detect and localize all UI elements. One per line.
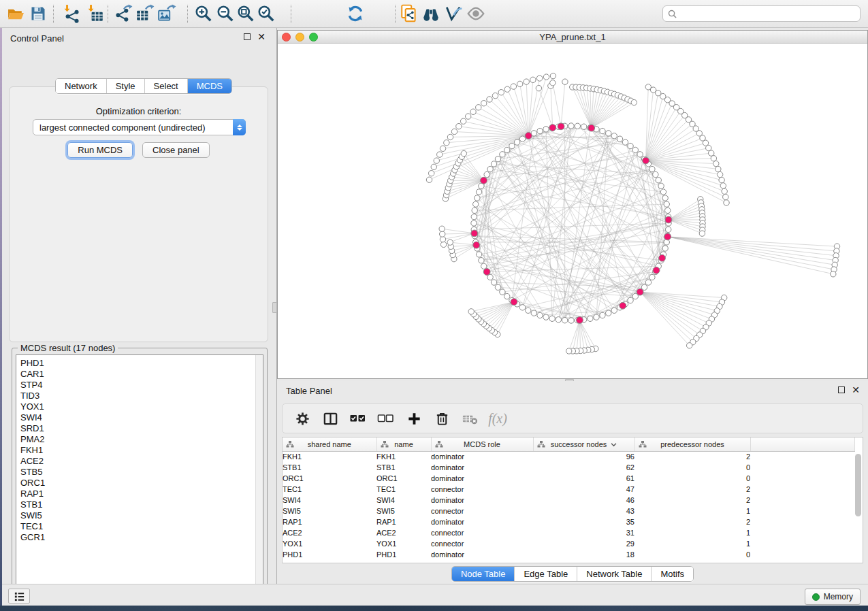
cell-name: SWI5: [376, 506, 431, 516]
memory-button[interactable]: Memory: [805, 589, 861, 605]
zoom-in-icon[interactable]: [193, 3, 214, 24]
cell-mcds-role: connector: [431, 506, 533, 516]
mcds-result-item[interactable]: CAR1: [16, 369, 255, 380]
zoom-fit-icon[interactable]: [236, 3, 256, 24]
export-image-icon[interactable]: [157, 3, 177, 24]
vertical-splitter[interactable]: [272, 28, 277, 584]
float-panel-icon[interactable]: [838, 386, 845, 393]
tab-edge-table[interactable]: Edge Table: [514, 567, 577, 581]
mcds-result-item[interactable]: STB5: [16, 467, 255, 478]
toolbar-separator: [291, 5, 291, 23]
export-table-icon[interactable]: [135, 3, 155, 24]
save-session-icon[interactable]: [28, 3, 48, 24]
close-panel-icon[interactable]: ✕: [852, 386, 860, 393]
mcds-result-item[interactable]: GCR1: [16, 532, 255, 543]
cell-shared-name: RAP1: [283, 516, 376, 527]
mcds-result-item[interactable]: STP4: [16, 380, 255, 391]
desktop-wallpaper-bottom: [0, 606, 868, 611]
table-scrollbar-thumb[interactable]: [855, 454, 861, 516]
table-settings-gear-icon[interactable]: [293, 410, 311, 427]
window-minimize-icon[interactable]: [295, 33, 304, 42]
tab-motifs[interactable]: Motifs: [651, 567, 693, 581]
cell-filler: [750, 495, 855, 506]
memory-status-icon: [812, 593, 820, 601]
cell-filler: [750, 473, 855, 484]
cell-name: SWI4: [376, 495, 431, 506]
mcds-result-item[interactable]: ORC1: [16, 478, 255, 489]
cell-predecessor-nodes: 2: [634, 451, 750, 462]
mcds-result-item[interactable]: SWI5: [16, 510, 255, 521]
find-binoculars-icon[interactable]: [421, 3, 441, 24]
table-row[interactable]: RAP1RAP1dominator352: [283, 516, 855, 527]
table-row[interactable]: TEC1TEC1connector472: [283, 484, 855, 495]
table-row[interactable]: SWI4SWI4dominator462: [283, 495, 855, 506]
search-field[interactable]: [662, 5, 861, 22]
mcds-result-groupbox: MCDS result (17 nodes) PHD1CAR1STP4TID3Y…: [12, 348, 268, 599]
close-panel-icon[interactable]: ✕: [257, 33, 266, 40]
column-header-name[interactable]: name: [376, 437, 431, 451]
zoom-selected-icon[interactable]: [256, 3, 276, 24]
tab-select[interactable]: Select: [144, 79, 187, 93]
mcds-result-item[interactable]: PMA2: [16, 434, 255, 445]
mcds-result-item[interactable]: YOX1: [16, 401, 255, 412]
network-canvas[interactable]: [278, 44, 867, 378]
search-input[interactable]: [680, 9, 860, 18]
window-maximize-icon[interactable]: [309, 33, 318, 42]
cell-successor-nodes: 43: [533, 506, 634, 516]
tab-style[interactable]: Style: [106, 79, 144, 93]
column-header-successor-nodes[interactable]: successor nodes: [533, 437, 634, 451]
mcds-result-item[interactable]: SRD1: [16, 423, 255, 434]
deselect-all-checkboxes-icon[interactable]: [377, 410, 395, 427]
mcds-result-item[interactable]: FKH1: [16, 445, 255, 456]
add-column-icon[interactable]: [405, 410, 423, 427]
table-row[interactable]: STB1STB1dominator620: [283, 462, 855, 473]
mcds-result-item[interactable]: RAP1: [16, 489, 255, 499]
cell-filler: [750, 549, 855, 560]
show-column-panel-icon[interactable]: [321, 410, 339, 427]
table-row[interactable]: FKH1FKH1dominator962: [283, 451, 855, 462]
delete-column-trash-icon[interactable]: [433, 410, 451, 427]
mcds-list-scrollbar[interactable]: [255, 355, 263, 593]
mcds-result-item[interactable]: SWI4: [16, 412, 255, 423]
column-header-shared-name[interactable]: shared name: [283, 437, 376, 451]
vizmap-icon[interactable]: [443, 3, 464, 24]
select-all-checkboxes-icon[interactable]: [349, 410, 367, 427]
table-row[interactable]: YOX1YOX1connector291: [283, 538, 855, 549]
tab-node-table[interactable]: Node Table: [452, 567, 515, 581]
show-panels-menu-button[interactable]: [8, 589, 30, 604]
run-mcds-button[interactable]: Run MCDS: [67, 142, 133, 158]
mcds-result-item[interactable]: ACE2: [16, 456, 255, 467]
import-table-icon[interactable]: [85, 3, 106, 24]
table-row[interactable]: ORC1ORC1dominator610: [283, 473, 855, 484]
tab-network-table[interactable]: Network Table: [577, 567, 651, 581]
cell-mcds-role: connector: [431, 527, 533, 538]
mcds-result-item[interactable]: TEC1: [16, 521, 255, 532]
open-session-icon[interactable]: [5, 3, 26, 24]
close-panel-button[interactable]: Close panel: [142, 142, 210, 158]
window-close-icon[interactable]: [282, 33, 291, 42]
table-row[interactable]: PHD1PHD1dominator180: [283, 549, 855, 560]
tab-network[interactable]: Network: [56, 79, 106, 93]
refresh-icon[interactable]: [345, 3, 366, 24]
column-header-predecessor-nodes[interactable]: predecessor nodes: [634, 437, 750, 451]
table-row[interactable]: SWI5SWI5connector431: [283, 506, 855, 516]
show-hide-eye-icon[interactable]: [466, 3, 486, 24]
export-network-icon[interactable]: [113, 3, 133, 24]
cell-predecessor-nodes: 2: [634, 484, 750, 495]
zoom-out-icon[interactable]: [215, 3, 236, 24]
splitter-handle[interactable]: [272, 302, 277, 313]
criterion-select[interactable]: largest connected component (undirected): [33, 119, 246, 135]
network-window-titlebar[interactable]: YPA_prune.txt_1: [278, 31, 867, 44]
mcds-result-item[interactable]: TID3: [16, 391, 255, 401]
table-row[interactable]: ACE2ACE2connector311: [283, 527, 855, 538]
mcds-result-item[interactable]: STB1: [16, 499, 255, 510]
cell-successor-nodes: 31: [533, 527, 634, 538]
tab-mcds[interactable]: MCDS: [187, 79, 231, 93]
mcds-result-item[interactable]: PHD1: [16, 358, 255, 369]
import-network-icon[interactable]: [61, 3, 82, 24]
duplicate-network-icon[interactable]: [399, 3, 419, 24]
cell-predecessor-nodes: 2: [634, 495, 750, 506]
column-header-mcds-role[interactable]: MCDS role: [431, 437, 533, 451]
float-panel-icon[interactable]: [244, 33, 251, 40]
cell-filler: [750, 451, 855, 462]
